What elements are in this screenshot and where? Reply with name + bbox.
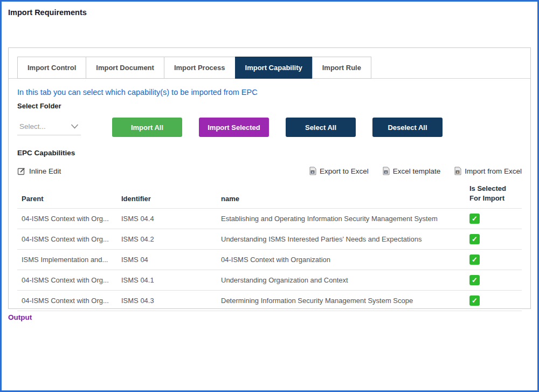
cell-name: Understanding ISMS Interested Parties' N… [217, 229, 465, 250]
excel-template-button[interactable]: x Excel template [383, 167, 441, 175]
controls-row: Select... Import All Import Selected Sel… [17, 118, 522, 137]
excel-file-icon: x [383, 167, 390, 175]
cell-name: Establishing and Operating Information S… [217, 209, 465, 229]
table-toolbar: Inline Edit x Export to Excel x Excel te… [17, 167, 522, 175]
select-folder-label: Select Folder [17, 102, 522, 110]
is-selected-checkbox[interactable]: ✓ [469, 214, 480, 224]
excel-tools: x Export to Excel x Excel template x Imp… [309, 167, 522, 175]
tab-info-text: In this tab you can select which capabil… [17, 88, 522, 97]
cell-name: Determining Information Security Managem… [217, 291, 465, 311]
deselect-all-button[interactable]: Deselect All [372, 118, 443, 137]
cell-parent: 04-ISMS Context with Org... [17, 291, 117, 311]
folder-select-placeholder: Select... [19, 122, 46, 130]
table-row: 04-ISMS Context with Org... ISMS 04.1 Un… [17, 270, 522, 291]
cell-parent: 04-ISMS Context with Org... [17, 209, 117, 229]
import-selected-button[interactable]: Import Selected [199, 118, 269, 137]
cell-identifier: ISMS 04.1 [117, 270, 217, 291]
table-row: 04-ISMS Context with Org... ISMS 04.3 De… [17, 291, 522, 311]
cell-identifier: ISMS 04.2 [117, 229, 217, 250]
select-all-button[interactable]: Select All [286, 118, 356, 137]
table-row: ISMS Implementation and... ISMS 04 04-IS… [17, 250, 522, 270]
cell-identifier: ISMS 04.4 [117, 209, 217, 229]
is-selected-checkbox[interactable]: ✓ [469, 295, 480, 306]
cell-identifier: ISMS 04 [117, 250, 217, 270]
import-from-excel-button[interactable]: x Import from Excel [454, 167, 522, 175]
inline-edit-label: Inline Edit [29, 167, 61, 175]
excel-template-label: Excel template [393, 167, 441, 175]
import-panel: Import Control Import Document Import Pr… [8, 47, 531, 309]
page-title: Import Requirements [2, 2, 537, 17]
tab-import-document[interactable]: Import Document [86, 57, 164, 79]
excel-file-icon: x [454, 167, 461, 175]
header-parent: Parent [17, 180, 117, 209]
header-is-selected: Is Selected For Import [465, 180, 522, 209]
header-name: name [217, 180, 465, 209]
is-selected-checkbox[interactable]: ✓ [469, 255, 480, 265]
inline-edit-button[interactable]: Inline Edit [17, 167, 61, 175]
table-row: 04-ISMS Context with Org... ISMS 04.2 Un… [17, 229, 522, 250]
cell-parent: 04-ISMS Context with Org... [17, 270, 117, 291]
cell-name: Understanding Organization and Context [217, 270, 465, 291]
export-to-excel-button[interactable]: x Export to Excel [309, 167, 369, 175]
cell-name: 04-ISMS Context with Organization [217, 250, 465, 270]
output-label: Output [8, 313, 32, 321]
tab-import-capability[interactable]: Import Capability [235, 57, 313, 79]
cell-parent: 04-ISMS Context with Org... [17, 229, 117, 250]
export-to-excel-label: Export to Excel [320, 167, 369, 175]
tab-import-process[interactable]: Import Process [164, 57, 236, 79]
is-selected-checkbox[interactable]: ✓ [469, 234, 480, 244]
table-header-row: Parent Identifier name Is Selected For I… [17, 180, 522, 209]
import-from-excel-label: Import from Excel [465, 167, 522, 175]
import-all-button[interactable]: Import All [112, 118, 182, 137]
cell-identifier: ISMS 04.3 [117, 291, 217, 311]
tab-import-rule[interactable]: Import Rule [312, 57, 371, 79]
cell-parent: ISMS Implementation and... [17, 250, 117, 270]
header-identifier: Identifier [117, 180, 217, 209]
folder-select-dropdown[interactable]: Select... [17, 119, 81, 135]
capabilities-table: Parent Identifier name Is Selected For I… [17, 180, 522, 311]
tab-bar: Import Control Import Document Import Pr… [9, 48, 530, 79]
import-requirements-page: { "page": { "title": "Import Requirement… [0, 0, 539, 392]
tab-import-control[interactable]: Import Control [17, 57, 86, 79]
pencil-edit-icon [17, 167, 26, 175]
chevron-down-icon [71, 124, 79, 129]
excel-file-icon: x [309, 167, 316, 175]
table-row: 04-ISMS Context with Org... ISMS 04.4 Es… [17, 209, 522, 229]
is-selected-checkbox[interactable]: ✓ [469, 275, 480, 285]
epc-capabilities-label: EPC Capabilities [17, 149, 522, 157]
